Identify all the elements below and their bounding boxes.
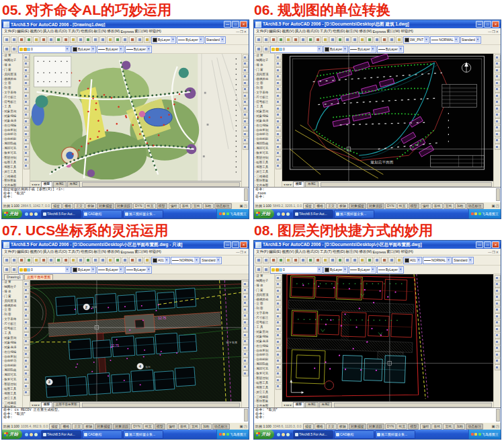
modify-toolbar-icon[interactable] xyxy=(495,118,501,124)
toolbar-icon[interactable] xyxy=(337,257,343,264)
menu-item[interactable]: 插入(I) xyxy=(295,249,306,254)
menu-item[interactable]: 工具(T) xyxy=(68,249,80,254)
toolbar-icon[interactable] xyxy=(381,36,388,43)
window-titlebar[interactable]: TArch8.5 For AutoCAD 2006 - [D:\Document… xyxy=(254,241,501,249)
modify-toolbar-icon[interactable] xyxy=(243,93,249,99)
menu-item[interactable]: 窗口(W) xyxy=(134,29,148,34)
tarch-status-button[interactable]: 加粗 xyxy=(201,424,212,430)
menu-item[interactable]: 绘图(D) xyxy=(333,249,345,254)
close-button[interactable]: ✕ xyxy=(240,241,247,248)
screen-menu-item[interactable]: 符号标注 xyxy=(2,327,22,331)
tab-nav-arrows[interactable]: ◂◂▸▸ xyxy=(32,403,40,407)
tarch-status-button[interactable]: 动态标注 xyxy=(466,424,483,430)
toolbar-icon[interactable] xyxy=(77,36,84,43)
layer-states-icon[interactable] xyxy=(263,46,269,52)
status-toggle-button[interactable]: 极轴 xyxy=(85,203,96,209)
toolbar-icon[interactable] xyxy=(85,36,91,43)
draw-toolbar-icon[interactable] xyxy=(24,383,30,389)
modify-toolbar-icon[interactable] xyxy=(243,345,249,351)
screen-menu-item[interactable]: 在位编辑 xyxy=(2,124,22,128)
toolbar-icon[interactable] xyxy=(337,36,343,43)
screen-menu-item[interactable]: 轴网柱子 xyxy=(254,58,274,63)
screen-menu-item[interactable]: 三维建模 xyxy=(254,175,274,179)
layout-tab[interactable]: 模型 xyxy=(41,182,52,187)
screen-menu-item[interactable]: 房间屋顶 xyxy=(254,293,274,298)
layer-manager-icon[interactable] xyxy=(255,266,262,273)
status-toggle-button[interactable]: 线宽 xyxy=(396,424,407,430)
draw-toolbar-icon[interactable] xyxy=(276,346,282,352)
draw-toolbar-icon[interactable] xyxy=(24,138,30,144)
toolbar-icon[interactable] xyxy=(388,257,395,264)
modify-toolbar-icon[interactable] xyxy=(243,144,249,150)
tarch-status-button[interactable]: 基线 xyxy=(431,424,442,430)
draw-toolbar-icon[interactable] xyxy=(276,87,282,93)
draw-toolbar-icon[interactable] xyxy=(276,157,282,163)
status-toggle-button[interactable]: 对象追踪 xyxy=(367,424,384,430)
linetype-control[interactable]: ByLayer▾ xyxy=(97,46,124,53)
screen-menu-item[interactable]: 对象查询 xyxy=(2,336,22,341)
toolbar-icon[interactable] xyxy=(114,36,121,43)
minimize-button[interactable]: — xyxy=(224,21,231,28)
screen-menu-item[interactable]: 设 置 xyxy=(2,280,22,285)
draw-toolbar-icon[interactable] xyxy=(24,313,30,319)
modify-toolbar-icon[interactable] xyxy=(495,307,501,313)
textstyle-dropdown[interactable]: Standard▾ xyxy=(452,257,473,264)
screen-menu-item[interactable]: 文字表格 xyxy=(2,317,22,322)
draw-toolbar-icon[interactable] xyxy=(24,345,30,351)
draw-toolbar-icon[interactable] xyxy=(276,80,282,86)
tarch-status-button[interactable]: 宽线 xyxy=(443,424,454,430)
tarch-status-button[interactable]: 编组 xyxy=(421,203,431,209)
screen-menu-item[interactable]: 符号标注 xyxy=(2,100,22,105)
menu-item[interactable]: 修改(M) xyxy=(359,29,372,34)
menu-item[interactable]: 视图(V) xyxy=(30,249,42,254)
status-toggle-button[interactable]: 正交 xyxy=(326,424,337,430)
toolbar-icon[interactable] xyxy=(314,257,321,264)
toolbar-icon[interactable] xyxy=(278,257,284,264)
menu-item[interactable]: 绘图(D) xyxy=(81,29,93,34)
screen-menu-item[interactable]: 图层控制 xyxy=(254,156,274,161)
draw-toolbar-icon[interactable] xyxy=(276,377,282,383)
tarch-status-button[interactable]: 宽线 xyxy=(190,424,200,430)
draw-toolbar-icon[interactable] xyxy=(276,106,282,112)
command-line[interactable]: 指定缩放比例因子或 [参照(R)] <1>:命令: *取消*命令: xyxy=(2,187,249,202)
draw-toolbar-icon[interactable] xyxy=(276,300,282,307)
draw-toolbar-icon[interactable] xyxy=(24,93,30,99)
menu-item[interactable]: Express xyxy=(372,250,386,254)
modify-toolbar-icon[interactable] xyxy=(243,80,249,86)
modify-toolbar-icon[interactable] xyxy=(495,138,501,144)
draw-toolbar-icon[interactable] xyxy=(276,307,282,313)
screen-menu-item[interactable]: 轴网柱子 xyxy=(254,279,274,284)
screen-menu-item[interactable]: 房间屋顶 xyxy=(2,73,22,77)
toolbar-icon[interactable] xyxy=(351,257,358,264)
layout-tab[interactable]: 模型 xyxy=(293,182,304,187)
screen-menu-item[interactable]: 对象编辑 xyxy=(254,114,274,119)
modify-toolbar-icon[interactable] xyxy=(243,125,249,131)
modify-toolbar-icon[interactable] xyxy=(243,326,249,332)
draw-toolbar-icon[interactable] xyxy=(276,288,282,294)
toolbar-icon[interactable] xyxy=(329,36,336,43)
tarch-status-button[interactable]: 动态标注 xyxy=(214,203,232,209)
status-toggle-button[interactable]: 对象追踪 xyxy=(115,203,132,209)
toolbar-icon[interactable] xyxy=(322,36,329,43)
command-line[interactable]: 命令: *取消*命令:命令: xyxy=(254,407,501,422)
clean-screen-icon[interactable]: ◳ xyxy=(244,424,247,428)
screen-menu-item[interactable]: 尺寸标注 xyxy=(254,316,274,321)
toolbar-icon[interactable] xyxy=(255,257,262,264)
layer-states-icon[interactable] xyxy=(11,46,17,52)
draw-toolbar-icon[interactable] xyxy=(276,339,282,345)
draw-toolbar-icon[interactable] xyxy=(276,384,282,390)
menu-item[interactable]: 标注(N) xyxy=(346,29,359,34)
draw-toolbar-icon[interactable] xyxy=(24,106,30,112)
antivirus-tray-icon[interactable] xyxy=(219,433,222,436)
screen-menu-item[interactable]: 局部可见 xyxy=(2,147,22,151)
toolbar-icon[interactable] xyxy=(99,257,106,264)
draw-toolbar-icon[interactable] xyxy=(24,99,30,106)
toolbar-icon[interactable] xyxy=(70,36,77,43)
draw-toolbar-icon[interactable] xyxy=(276,333,282,339)
modify-toolbar-icon[interactable] xyxy=(243,364,249,370)
screen-menu-item[interactable]: 自由复制 xyxy=(2,355,22,360)
toolbar-icon[interactable] xyxy=(92,36,99,43)
modify-toolbar-icon[interactable] xyxy=(495,300,501,307)
screen-menu-item[interactable]: 绘图工具 xyxy=(2,161,22,165)
menu-item[interactable]: 绘图(D) xyxy=(81,249,93,254)
